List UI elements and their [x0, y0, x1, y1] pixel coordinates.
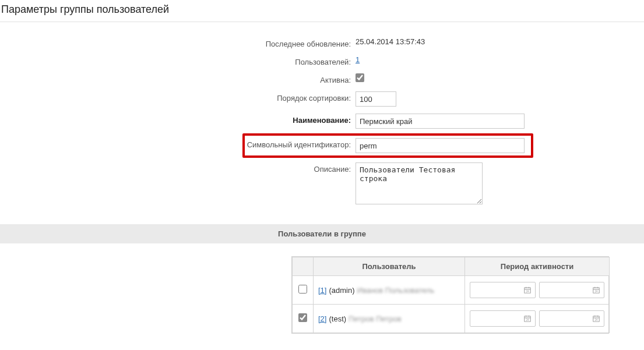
- table-row: [1] (admin) Иванов Пользователь 24 24: [293, 276, 610, 305]
- active-checkbox[interactable]: [356, 73, 364, 82]
- active-label: Активна:: [0, 73, 356, 84]
- user-id-link[interactable]: [2]: [318, 314, 326, 323]
- name-input[interactable]: [356, 114, 525, 129]
- form-area: Последнее обновление: 25.04.2014 13:57:4…: [0, 22, 644, 214]
- svg-text:24: 24: [526, 319, 529, 321]
- name-label: Наименование:: [0, 114, 356, 125]
- svg-text:24: 24: [594, 319, 598, 321]
- row-active: Активна:: [0, 70, 644, 88]
- row-sort: Порядок сортировки:: [0, 88, 644, 110]
- date-to-input[interactable]: 24: [539, 310, 605, 327]
- user-name-blur: Иванов Пользователь: [357, 286, 435, 295]
- date-from-input[interactable]: 24: [470, 282, 536, 298]
- calendar-icon: 24: [592, 286, 600, 294]
- user-login: (test): [329, 314, 346, 323]
- desc-textarea[interactable]: <!-- populated -->: [356, 162, 483, 204]
- last-update-value: 25.04.2014 13:57:43: [356, 37, 644, 46]
- user-name-blur: Петров Петров: [349, 314, 402, 323]
- date-to-input[interactable]: 24: [539, 282, 605, 298]
- user-login: (admin): [329, 286, 354, 295]
- svg-text:24: 24: [594, 290, 598, 293]
- sort-label: Порядок сортировки:: [0, 91, 356, 102]
- row-name: Наименование:: [0, 110, 644, 132]
- users-count-link[interactable]: 1: [356, 55, 360, 64]
- row-desc: Описание: <!-- populated -->: [0, 159, 644, 208]
- sym-id-label: Символьный идентификатор:: [245, 138, 356, 149]
- users-count-label: Пользователей:: [0, 55, 356, 66]
- section-users-header: Пользователи в группе: [0, 224, 644, 243]
- row-users-count: Пользователей: 1: [0, 52, 644, 70]
- col-user-header: Пользователь: [314, 257, 465, 276]
- col-period-header: Период активности: [465, 257, 610, 276]
- row-last-update: Последнее обновление: 25.04.2014 13:57:4…: [0, 34, 644, 52]
- users-table: Пользователь Период активности [1] (admi…: [291, 256, 609, 334]
- date-from-input[interactable]: 24: [470, 310, 536, 327]
- calendar-icon: 24: [523, 286, 532, 294]
- row-checkbox[interactable]: [298, 285, 307, 294]
- sort-input[interactable]: [356, 91, 396, 107]
- calendar-icon: 24: [592, 314, 600, 323]
- row-checkbox[interactable]: [298, 313, 307, 322]
- page-title: Параметры группы пользователей: [0, 0, 644, 22]
- user-id-link[interactable]: [1]: [318, 286, 326, 295]
- sym-id-input[interactable]: [356, 138, 525, 153]
- calendar-icon: 24: [523, 314, 532, 323]
- last-update-label: Последнее обновление:: [0, 37, 356, 48]
- svg-text:24: 24: [526, 290, 529, 293]
- table-row: [2] (test) Петров Петров 24 24: [293, 305, 610, 333]
- desc-label: Описание:: [0, 162, 356, 174]
- row-sym-id-highlight: Символьный идентификатор:: [242, 133, 533, 158]
- col-check-header: [293, 257, 314, 276]
